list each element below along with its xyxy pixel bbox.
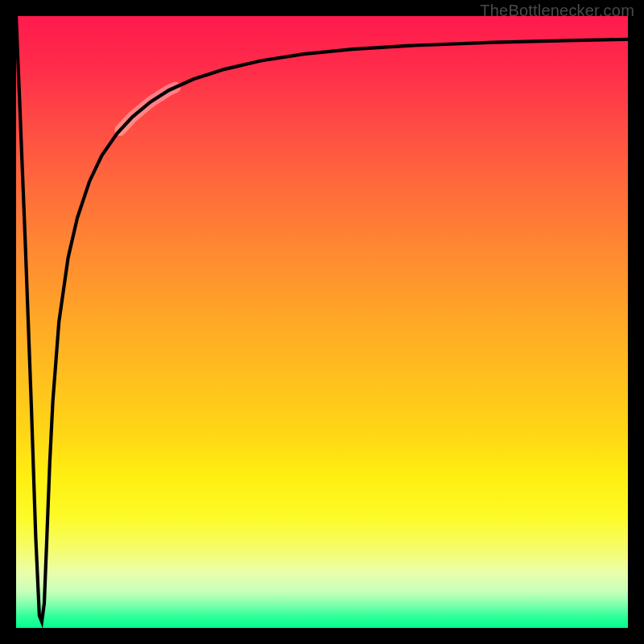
plot-area: [16, 16, 628, 628]
curve-layer: [16, 16, 628, 628]
chart-container: TheBottlenecker.com: [0, 0, 644, 644]
attribution-label: TheBottlenecker.com: [480, 2, 634, 20]
bottleneck-curve: [16, 16, 628, 621]
highlight-segment: [120, 88, 175, 130]
